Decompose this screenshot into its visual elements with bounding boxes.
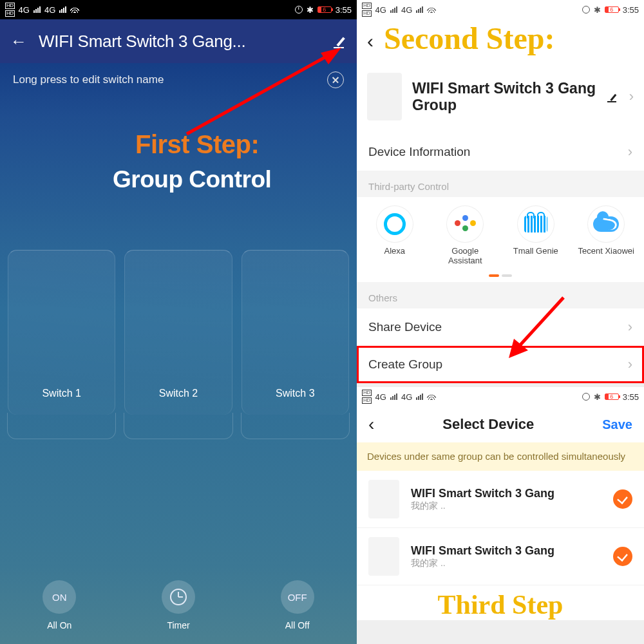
step1-screen: HDHD 4G 4G ✱ 6 3:55 ← WIFI Smart Switch …: [0, 0, 357, 644]
switch-card-3[interactable]: Switch 3: [242, 250, 349, 415]
right-column: HDHD 4G 4G ✱ 6 3:55 ‹ Second Step: WIFI …: [357, 0, 644, 644]
checkmark-icon[interactable]: [613, 547, 632, 566]
page-title: WIFI Smart Switch 3 Gang...: [39, 32, 321, 52]
all-on-button[interactable]: ON All On: [0, 567, 119, 644]
checkmark-icon[interactable]: [613, 489, 632, 509]
off-icon: OFF: [281, 580, 314, 614]
battery-icon: 6: [317, 6, 332, 13]
battery-icon: 6: [605, 393, 619, 400]
device-icon: [368, 537, 399, 576]
section-others: Others: [357, 282, 644, 308]
battery-icon: 6: [605, 6, 619, 13]
bottom-bar: ON All On Timer OFF All Off: [0, 567, 357, 644]
clock-text: 3:55: [623, 392, 639, 402]
clock-text: 3:55: [623, 5, 639, 15]
google-assistant-button[interactable]: Google Assistant: [434, 206, 496, 265]
all-off-button[interactable]: OFF All Off: [238, 567, 357, 644]
switch-card-2[interactable]: Switch 2: [124, 250, 232, 415]
back-icon[interactable]: ←: [10, 32, 27, 52]
tmall-genie-button[interactable]: Tmall Genie: [505, 206, 567, 265]
status-bar: HDHD 4G 4G ✱ 6 3:55: [357, 0, 644, 19]
chevron-right-icon: ›: [628, 144, 632, 160]
annotation-third-step: Third Step: [357, 585, 644, 620]
select-header: ‹ Select Device Save: [357, 406, 644, 442]
tmall-icon: [524, 216, 547, 232]
page-title: Select Device: [442, 416, 534, 433]
device-thumb-icon: [367, 73, 402, 120]
wifi-icon: [70, 6, 79, 13]
on-icon: ON: [43, 580, 76, 614]
tencent-xiaowei-button[interactable]: Tecent Xiaowei: [575, 206, 637, 265]
switch-row: Switch 1 Switch 2 Switch 3: [8, 250, 349, 415]
status-bar: HDHD 4G 4G ✱ 6 3:55: [0, 0, 357, 19]
cloud-icon: [593, 216, 619, 232]
status-bar: HDHD 4G 4G ✱ 6 3:55: [357, 387, 644, 406]
back-icon[interactable]: ‹: [368, 414, 374, 435]
clock-icon: [162, 580, 195, 614]
device-title: WIFI Smart Switch 3 Gang Group: [412, 80, 597, 114]
bluetooth-icon: ✱: [594, 392, 601, 402]
device-item-1[interactable]: WIFI Smart Switch 3 Gang 我的家 ..: [357, 471, 644, 528]
device-icon: [368, 480, 399, 518]
device-item-2[interactable]: WIFI Smart Switch 3 Gang 我的家 ..: [357, 528, 644, 585]
chevron-right-icon: ›: [628, 356, 632, 373]
device-header: WIFI Smart Switch 3 Gang Group ›: [357, 62, 644, 133]
row-device-info[interactable]: Device Information›: [357, 133, 644, 171]
close-icon[interactable]: [327, 71, 344, 88]
bluetooth-icon: ✱: [307, 5, 314, 15]
row-share-device[interactable]: Share Device›: [357, 308, 644, 346]
info-banner: Devices under same group can be controll…: [357, 442, 644, 471]
google-icon: [455, 214, 475, 234]
alarm-icon: [295, 6, 303, 14]
wifi-icon: [427, 393, 436, 400]
section-third-party: Third-party Control: [357, 171, 644, 197]
page-indicator: [357, 272, 644, 282]
edit-icon[interactable]: [332, 34, 346, 48]
edit-icon[interactable]: [607, 91, 619, 102]
bluetooth-icon: ✱: [594, 5, 601, 15]
alexa-icon: [384, 213, 406, 235]
timer-button[interactable]: Timer: [119, 567, 238, 644]
alexa-button[interactable]: Alexa: [364, 206, 426, 265]
alarm-icon: [582, 6, 590, 14]
alarm-icon: [582, 393, 590, 401]
annotation-second-step: Second Step:: [384, 19, 554, 62]
tip-bar: Long press to edit switch name: [0, 63, 357, 97]
third-party-row: Alexa Google Assistant Tmall Genie Tecen…: [357, 197, 644, 272]
tip-text: Long press to edit switch name: [13, 73, 164, 86]
row-create-group[interactable]: Create Group›: [357, 346, 644, 383]
back-icon[interactable]: ‹: [357, 30, 384, 52]
chevron-right-icon[interactable]: ›: [629, 88, 634, 105]
clock-text: 3:55: [336, 5, 352, 15]
switch-card-1[interactable]: Switch 1: [8, 250, 115, 415]
save-button[interactable]: Save: [602, 417, 632, 432]
chevron-right-icon: ›: [628, 319, 632, 336]
wifi-icon: [427, 6, 436, 13]
app-bar: ← WIFI Smart Switch 3 Gang...: [0, 19, 357, 63]
